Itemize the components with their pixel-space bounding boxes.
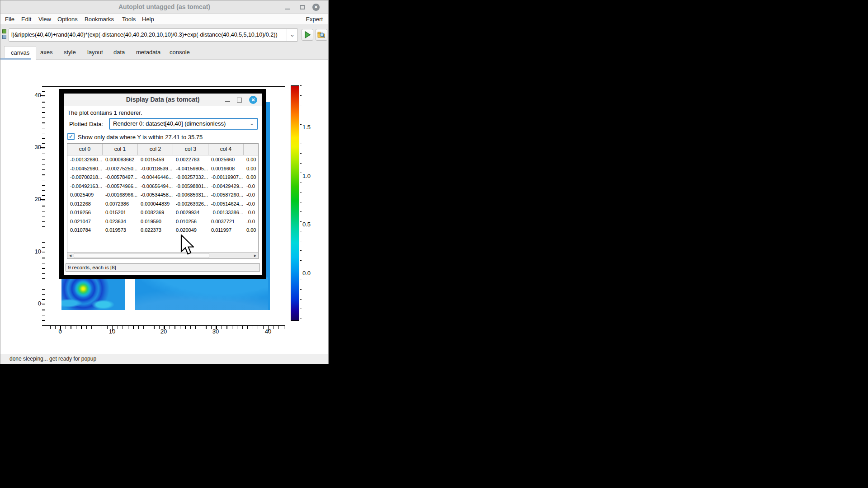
- table-cell[interactable]: -0.00132880...: [67, 155, 103, 164]
- table-cell[interactable]: 0.0015459: [138, 155, 173, 164]
- tab-style[interactable]: style: [57, 46, 82, 60]
- tab-canvas[interactable]: canvas: [4, 46, 36, 60]
- menu-item-help[interactable]: Help: [142, 16, 154, 23]
- table-cell[interactable]: -0.00429429...: [208, 182, 244, 191]
- menu-item-options[interactable]: Options: [57, 16, 78, 23]
- table-cell[interactable]: -0.0: [244, 208, 258, 217]
- table-cell[interactable]: 0.00: [244, 226, 258, 235]
- plot-go-button[interactable]: [302, 29, 313, 41]
- table-row[interactable]: -0.00132880...0.0000836620.00154590.0022…: [67, 155, 258, 164]
- table-row[interactable]: -0.00700218...-0.00578497...-0.00446446.…: [67, 173, 258, 182]
- table-cell[interactable]: -0.00598801...: [173, 182, 208, 191]
- table-cell[interactable]: -0.00700218...: [67, 173, 103, 182]
- table-cell[interactable]: 0.0082369: [138, 208, 173, 217]
- table-cell[interactable]: 0.0025660: [208, 155, 244, 164]
- table-cell[interactable]: 0.00: [244, 173, 258, 182]
- table-cell[interactable]: 0.012268: [67, 200, 103, 209]
- tab-metadata[interactable]: metadata: [130, 46, 167, 60]
- table-cell[interactable]: 0.019590: [138, 217, 173, 226]
- datasource-status-icon[interactable]: [2, 29, 7, 40]
- table-cell[interactable]: -0.00578497...: [103, 173, 138, 182]
- table-header-cell[interactable]: col 4: [208, 144, 244, 155]
- tab-axes[interactable]: axes: [34, 46, 59, 60]
- table-cell[interactable]: -0.0: [244, 217, 258, 226]
- menu-item-bookmarks[interactable]: Bookmarks: [85, 16, 114, 23]
- minimize-button[interactable]: [284, 4, 291, 11]
- plotted-data-select[interactable]: Renderer 0: dataset[40,40] (dimensionles…: [109, 118, 258, 130]
- title-bar[interactable]: Autoplot untagged (as tomcat) ✕: [0, 0, 328, 14]
- table-header-cell[interactable]: col 3: [173, 144, 208, 155]
- table-cell[interactable]: -0.00685931...: [173, 191, 208, 200]
- table-cell[interactable]: 0.021047: [67, 217, 103, 226]
- scroll-left-button[interactable]: ◂: [67, 253, 73, 258]
- plot-canvas[interactable]: 40 30 20 10 0 0 10 20 30 40 1.5 1.0 0.5 …: [0, 60, 328, 355]
- maximize-button[interactable]: [299, 4, 306, 11]
- dialog-minimize-button[interactable]: [224, 96, 232, 104]
- table-cell[interactable]: -0.00168966...: [103, 191, 138, 200]
- url-input[interactable]: l)&ripples(40,40)+rand(40,40)*(exp(-dist…: [9, 29, 287, 41]
- menu-item-edit[interactable]: Edit: [21, 16, 31, 23]
- table-cell[interactable]: 0.0016608: [208, 164, 244, 174]
- table-header-cell[interactable]: col 2: [138, 144, 173, 155]
- table-cell[interactable]: -0.00119907...: [208, 173, 244, 182]
- table-cell[interactable]: 0.020049: [173, 226, 208, 235]
- table-cell[interactable]: 0.0037721: [208, 217, 244, 226]
- dialog-close-button[interactable]: ✕: [249, 96, 257, 104]
- menu-item-tools[interactable]: Tools: [122, 16, 136, 23]
- table-header-cell[interactable]: col 0: [67, 144, 103, 155]
- table-cell[interactable]: 0.0025409: [67, 191, 103, 200]
- table-cell[interactable]: 0.000083662: [103, 155, 138, 164]
- table-cell[interactable]: -0.0: [244, 191, 258, 200]
- table-row[interactable]: -0.00452980...-0.00275250...-0.00118539.…: [67, 164, 258, 174]
- expert-toggle[interactable]: Expert: [306, 16, 323, 23]
- table-row[interactable]: -0.00492163...-0.00574966...-0.00656494.…: [67, 182, 258, 191]
- table-cell[interactable]: 0.000044839: [138, 200, 173, 209]
- close-button[interactable]: ✕: [312, 4, 320, 11]
- table-cell[interactable]: 0.015201: [103, 208, 138, 217]
- h-scrollbar[interactable]: ◂ ▸: [67, 252, 258, 258]
- table-header-cell[interactable]: [244, 144, 258, 155]
- table-cell[interactable]: -0.00118539...: [138, 164, 173, 174]
- table-cell[interactable]: -0.00574966...: [103, 182, 138, 191]
- table-cell[interactable]: -0.00514624...: [208, 200, 244, 209]
- table-row[interactable]: 0.0122680.00723860.000044839-0.00263926.…: [67, 200, 258, 209]
- table-cell[interactable]: 0.0072386: [103, 200, 138, 209]
- table-cell[interactable]: -0.00257332...: [173, 173, 208, 182]
- table-cell[interactable]: -0.00133386...: [208, 208, 244, 217]
- table-cell[interactable]: 0.011997: [208, 226, 244, 235]
- menu-item-view[interactable]: View: [38, 16, 51, 23]
- url-combobox[interactable]: l)&ripples(40,40)+rand(40,40)*(exp(-dist…: [9, 28, 298, 42]
- open-file-button[interactable]: [316, 29, 327, 41]
- table-row[interactable]: 0.0107840.0195730.0223730.0200490.011997…: [67, 226, 258, 235]
- table-cell[interactable]: 0.010784: [67, 226, 103, 235]
- table-cell[interactable]: 0.023634: [103, 217, 138, 226]
- table-cell[interactable]: -0.0: [244, 200, 258, 209]
- table-cell[interactable]: -0.00446446...: [138, 173, 173, 182]
- table-cell[interactable]: 0.022373: [138, 226, 173, 235]
- tab-data[interactable]: data: [107, 46, 131, 60]
- table-row[interactable]: 0.0192560.0152010.00823690.0029934-0.001…: [67, 208, 258, 217]
- table-cell[interactable]: 0.00: [244, 155, 258, 164]
- table-cell[interactable]: 0.019573: [103, 226, 138, 235]
- table-cell[interactable]: 0.0029934: [173, 208, 208, 217]
- table-header-cell[interactable]: col 1: [103, 144, 138, 155]
- table-cell[interactable]: -0.00275250...: [103, 164, 138, 174]
- table-cell[interactable]: -0.00656494...: [138, 182, 173, 191]
- table-row[interactable]: 0.0025409-0.00168966...-0.00534458...-0.…: [67, 191, 258, 200]
- url-dropdown-button[interactable]: ⌄: [287, 29, 297, 41]
- tab-console[interactable]: console: [163, 46, 196, 60]
- table-cell[interactable]: 0.00: [244, 164, 258, 174]
- table-row[interactable]: 0.0210470.0236340.0195900.0102560.003772…: [67, 217, 258, 226]
- filter-checkbox[interactable]: ✓: [67, 133, 75, 140]
- table-cell[interactable]: -0.00534458...: [138, 191, 173, 200]
- tab-layout[interactable]: layout: [81, 46, 109, 60]
- table-cell[interactable]: -0.00492163...: [67, 182, 103, 191]
- dialog-maximize-button[interactable]: [236, 96, 244, 104]
- menu-item-file[interactable]: File: [5, 16, 14, 23]
- table-cell[interactable]: -0.00452980...: [67, 164, 103, 174]
- table-cell[interactable]: -0.00587260...: [208, 191, 244, 200]
- dialog-title-bar[interactable]: Display Data (as tomcat) ✕: [64, 94, 262, 106]
- table-cell[interactable]: -0.0: [244, 182, 258, 191]
- table-cell[interactable]: -0.00263926...: [173, 200, 208, 209]
- scroll-right-button[interactable]: ▸: [252, 253, 258, 258]
